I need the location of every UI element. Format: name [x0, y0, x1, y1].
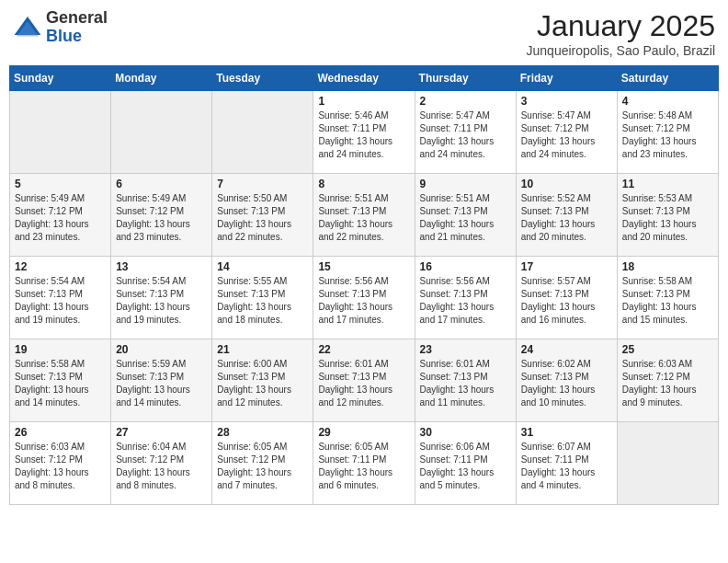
calendar-week-3: 12Sunrise: 5:54 AM Sunset: 7:13 PM Dayli…: [10, 257, 719, 339]
day-number: 14: [217, 260, 308, 273]
calendar-cell: [212, 91, 313, 174]
day-number: 16: [420, 260, 511, 273]
day-number: 25: [622, 343, 713, 356]
day-number: 5: [15, 178, 106, 190]
calendar-cell: 9Sunrise: 5:51 AM Sunset: 7:13 PM Daylig…: [415, 174, 516, 257]
day-number: 22: [318, 343, 409, 356]
day-info: Sunrise: 6:01 AM Sunset: 7:13 PM Dayligh…: [420, 358, 511, 409]
calendar-header: SundayMondayTuesdayWednesdayThursdayFrid…: [10, 66, 719, 91]
title-section: January 2025 Junqueiropolis, Sao Paulo, …: [527, 9, 715, 58]
logo-general-text: General: [46, 9, 108, 28]
day-number: 10: [521, 178, 612, 190]
calendar-title: January 2025: [527, 9, 715, 43]
day-info: Sunrise: 6:04 AM Sunset: 7:12 PM Dayligh…: [116, 441, 207, 492]
calendar-cell: 4Sunrise: 5:48 AM Sunset: 7:12 PM Daylig…: [617, 91, 718, 174]
calendar-cell: 14Sunrise: 5:55 AM Sunset: 7:13 PM Dayli…: [212, 257, 313, 339]
calendar-week-1: 1Sunrise: 5:46 AM Sunset: 7:11 PM Daylig…: [10, 91, 719, 174]
weekday-header-sunday: Sunday: [10, 66, 111, 91]
day-info: Sunrise: 5:56 AM Sunset: 7:13 PM Dayligh…: [420, 275, 511, 327]
calendar-week-5: 26Sunrise: 6:03 AM Sunset: 7:12 PM Dayli…: [10, 422, 719, 505]
calendar-cell: 16Sunrise: 5:56 AM Sunset: 7:13 PM Dayli…: [415, 257, 516, 339]
day-info: Sunrise: 6:05 AM Sunset: 7:11 PM Dayligh…: [318, 441, 409, 492]
calendar-cell: 15Sunrise: 5:56 AM Sunset: 7:13 PM Dayli…: [313, 257, 415, 339]
calendar-cell: 20Sunrise: 5:59 AM Sunset: 7:13 PM Dayli…: [111, 339, 212, 422]
calendar-cell: 1Sunrise: 5:46 AM Sunset: 7:11 PM Daylig…: [313, 91, 415, 174]
day-info: Sunrise: 5:54 AM Sunset: 7:13 PM Dayligh…: [116, 275, 207, 327]
day-number: 4: [622, 95, 713, 108]
calendar-cell: 17Sunrise: 5:57 AM Sunset: 7:13 PM Dayli…: [516, 257, 617, 339]
weekday-header-row: SundayMondayTuesdayWednesdayThursdayFrid…: [10, 66, 719, 91]
day-info: Sunrise: 5:46 AM Sunset: 7:11 PM Dayligh…: [318, 109, 409, 161]
day-number: 11: [622, 178, 713, 190]
day-info: Sunrise: 5:53 AM Sunset: 7:13 PM Dayligh…: [622, 192, 713, 244]
day-number: 17: [521, 260, 612, 273]
weekday-header-friday: Friday: [516, 66, 617, 91]
day-info: Sunrise: 6:03 AM Sunset: 7:12 PM Dayligh…: [15, 441, 106, 492]
calendar-cell: 18Sunrise: 5:58 AM Sunset: 7:13 PM Dayli…: [617, 257, 718, 339]
calendar-body: 1Sunrise: 5:46 AM Sunset: 7:11 PM Daylig…: [10, 91, 719, 505]
calendar-cell: 7Sunrise: 5:50 AM Sunset: 7:13 PM Daylig…: [212, 174, 313, 257]
logo-icon: [13, 13, 42, 42]
day-info: Sunrise: 5:48 AM Sunset: 7:12 PM Dayligh…: [622, 109, 713, 161]
page-header: General Blue January 2025 Junqueiropolis…: [9, 9, 719, 58]
day-number: 1: [318, 95, 409, 108]
logo-blue-text: Blue: [46, 28, 108, 46]
day-info: Sunrise: 5:59 AM Sunset: 7:13 PM Dayligh…: [116, 358, 207, 409]
day-number: 31: [521, 426, 612, 439]
day-number: 3: [521, 95, 612, 108]
calendar-cell: 3Sunrise: 5:47 AM Sunset: 7:12 PM Daylig…: [516, 91, 617, 174]
calendar-cell: 10Sunrise: 5:52 AM Sunset: 7:13 PM Dayli…: [516, 174, 617, 257]
calendar-cell: 12Sunrise: 5:54 AM Sunset: 7:13 PM Dayli…: [10, 257, 111, 339]
day-number: 2: [420, 95, 511, 108]
day-number: 15: [318, 260, 409, 273]
calendar-cell: 27Sunrise: 6:04 AM Sunset: 7:12 PM Dayli…: [111, 422, 212, 505]
calendar-cell: 5Sunrise: 5:49 AM Sunset: 7:12 PM Daylig…: [10, 174, 111, 257]
calendar-cell: [10, 91, 111, 174]
day-number: 23: [420, 343, 511, 356]
day-number: 19: [15, 343, 106, 356]
day-info: Sunrise: 5:50 AM Sunset: 7:13 PM Dayligh…: [217, 192, 308, 244]
day-info: Sunrise: 5:51 AM Sunset: 7:13 PM Dayligh…: [318, 192, 409, 244]
logo: General Blue: [13, 9, 108, 46]
calendar-cell: [111, 91, 212, 174]
day-number: 7: [217, 178, 308, 190]
calendar-cell: 25Sunrise: 6:03 AM Sunset: 7:12 PM Dayli…: [617, 339, 718, 422]
calendar-cell: 21Sunrise: 6:00 AM Sunset: 7:13 PM Dayli…: [212, 339, 313, 422]
day-info: Sunrise: 6:02 AM Sunset: 7:13 PM Dayligh…: [521, 358, 612, 409]
day-info: Sunrise: 5:58 AM Sunset: 7:13 PM Dayligh…: [15, 358, 106, 409]
day-number: 29: [318, 426, 409, 439]
calendar-cell: 31Sunrise: 6:07 AM Sunset: 7:11 PM Dayli…: [516, 422, 617, 505]
day-info: Sunrise: 5:57 AM Sunset: 7:13 PM Dayligh…: [521, 275, 612, 327]
day-number: 26: [15, 426, 106, 439]
calendar-cell: 30Sunrise: 6:06 AM Sunset: 7:11 PM Dayli…: [415, 422, 516, 505]
calendar-cell: 13Sunrise: 5:54 AM Sunset: 7:13 PM Dayli…: [111, 257, 212, 339]
calendar-week-2: 5Sunrise: 5:49 AM Sunset: 7:12 PM Daylig…: [10, 174, 719, 257]
weekday-header-tuesday: Tuesday: [212, 66, 313, 91]
day-info: Sunrise: 6:01 AM Sunset: 7:13 PM Dayligh…: [318, 358, 409, 409]
calendar-cell: 22Sunrise: 6:01 AM Sunset: 7:13 PM Dayli…: [313, 339, 415, 422]
day-info: Sunrise: 6:07 AM Sunset: 7:11 PM Dayligh…: [521, 441, 612, 492]
calendar-week-4: 19Sunrise: 5:58 AM Sunset: 7:13 PM Dayli…: [10, 339, 719, 422]
calendar-cell: 29Sunrise: 6:05 AM Sunset: 7:11 PM Dayli…: [313, 422, 415, 505]
day-info: Sunrise: 6:03 AM Sunset: 7:12 PM Dayligh…: [622, 358, 713, 409]
day-info: Sunrise: 5:54 AM Sunset: 7:13 PM Dayligh…: [15, 275, 106, 327]
calendar-subtitle: Junqueiropolis, Sao Paulo, Brazil: [527, 43, 715, 58]
calendar-table: SundayMondayTuesdayWednesdayThursdayFrid…: [9, 65, 719, 505]
weekday-header-monday: Monday: [111, 66, 212, 91]
day-number: 21: [217, 343, 308, 356]
day-info: Sunrise: 5:55 AM Sunset: 7:13 PM Dayligh…: [217, 275, 308, 327]
calendar-cell: 19Sunrise: 5:58 AM Sunset: 7:13 PM Dayli…: [10, 339, 111, 422]
logo-text: General Blue: [46, 9, 108, 46]
weekday-header-saturday: Saturday: [617, 66, 718, 91]
day-number: 24: [521, 343, 612, 356]
day-info: Sunrise: 5:49 AM Sunset: 7:12 PM Dayligh…: [15, 192, 106, 244]
calendar-cell: 23Sunrise: 6:01 AM Sunset: 7:13 PM Dayli…: [415, 339, 516, 422]
calendar-cell: 28Sunrise: 6:05 AM Sunset: 7:12 PM Dayli…: [212, 422, 313, 505]
calendar-cell: 26Sunrise: 6:03 AM Sunset: 7:12 PM Dayli…: [10, 422, 111, 505]
day-number: 9: [420, 178, 511, 190]
day-number: 18: [622, 260, 713, 273]
calendar-cell: 6Sunrise: 5:49 AM Sunset: 7:12 PM Daylig…: [111, 174, 212, 257]
day-number: 6: [116, 178, 207, 190]
calendar-cell: 11Sunrise: 5:53 AM Sunset: 7:13 PM Dayli…: [617, 174, 718, 257]
day-number: 30: [420, 426, 511, 439]
